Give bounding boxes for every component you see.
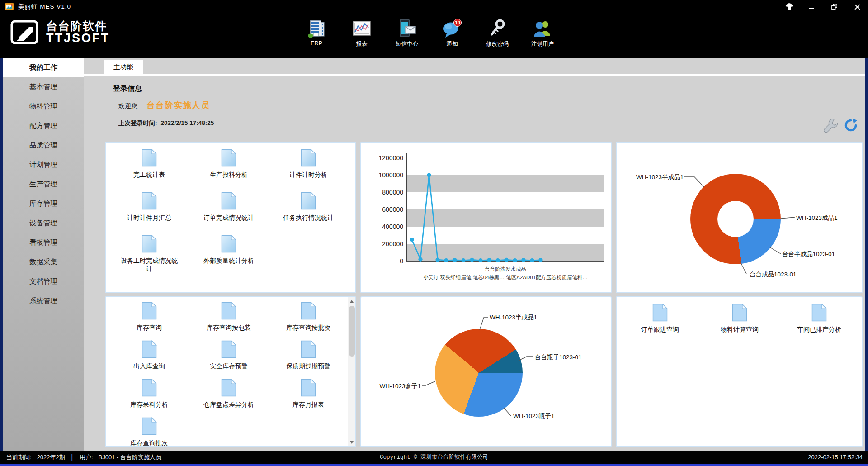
document-icon: [221, 340, 236, 360]
toolbar-reports-button[interactable]: 报表: [342, 18, 382, 48]
sidebar-item-label: 数据采集: [29, 257, 57, 267]
document-icon: [142, 379, 157, 399]
shortcut-item[interactable]: 设备工时完成情况统计: [120, 235, 179, 278]
sidebar-item[interactable]: 物料管理: [3, 97, 84, 116]
tab-main-functions[interactable]: 主功能: [104, 60, 143, 74]
shortcut-item[interactable]: 出入库查询: [133, 340, 165, 379]
sidebar-item[interactable]: 计划管理: [3, 155, 84, 175]
sidebar-item[interactable]: 基本管理: [3, 77, 84, 97]
sidebar-item[interactable]: 品质管理: [3, 136, 84, 155]
document-icon: [142, 417, 157, 437]
document-icon: [811, 304, 827, 323]
panel-scrollbar[interactable]: [348, 297, 355, 446]
sidebar-item[interactable]: 看板管理: [3, 233, 84, 252]
stock-donut-chart-panel: WH-1023半成品1 WH-1023成品1 台台半成品1023-01 台台成品…: [616, 142, 863, 293]
user-value: BJ001 - 台台阶实施人员: [99, 453, 161, 461]
output-line-chart-panel: 020000040000060000080000010000001200000台…: [360, 142, 612, 293]
shortcut-item[interactable]: 库存查询批次: [130, 417, 168, 447]
shortcut-label: 库存呆料分析: [130, 401, 168, 409]
shortcut-item[interactable]: 物料计算查询: [721, 304, 759, 347]
shortcut-label: 订单跟进查询: [641, 326, 679, 334]
shortcut-item[interactable]: 任务执行情况统计: [283, 192, 334, 235]
document-icon: [301, 149, 316, 169]
document-icon: [221, 235, 236, 255]
window-controls: [785, 0, 862, 14]
sidebar-item[interactable]: 数据采集: [3, 252, 84, 272]
sidebar-item[interactable]: 库存管理: [3, 194, 84, 214]
svg-text:400000: 400000: [382, 223, 403, 230]
shortcut-item[interactable]: 保质期过期预警: [286, 340, 330, 379]
shortcut-label: 车间已排产分析: [797, 326, 841, 334]
sidebar-item[interactable]: 我的工作: [3, 58, 84, 77]
shortcut-item[interactable]: 仓库盘点差异分析: [203, 379, 254, 417]
shortcut-item[interactable]: 安全库存预警: [210, 340, 248, 379]
sidebar-item-label: 计划管理: [29, 160, 57, 170]
restore-icon: [831, 4, 838, 10]
status-bar: 当前期间: 2022年2期 │ 用户: BJ001 - 台台阶实施人员 Copy…: [0, 451, 868, 464]
tab-label: 主功能: [113, 63, 133, 71]
settings-wrench-button[interactable]: [823, 118, 839, 134]
toolbar-password-label: 修改密码: [486, 40, 509, 48]
shortcut-item[interactable]: 外部质量统计分析: [203, 235, 254, 278]
toolbar-password-button[interactable]: 修改密码: [477, 18, 517, 48]
toolbar-erp-button[interactable]: ERP: [297, 18, 336, 48]
shortcut-label: 保质期过期预警: [286, 362, 330, 371]
svg-text:600000: 600000: [382, 206, 403, 213]
logo-line1: 台台阶软件: [46, 20, 110, 33]
report-chart-icon: [351, 18, 372, 39]
scrollbar-up-button[interactable]: [348, 297, 356, 305]
app-logo-icon: [5, 2, 14, 11]
skin-button[interactable]: [785, 3, 794, 11]
svg-text:台台阶洗发水成品: 台台阶洗发水成品: [485, 266, 526, 272]
shortcut-item[interactable]: 库存查询按包装: [207, 302, 251, 340]
period-label: 当前期间:: [6, 453, 32, 461]
shortcut-item[interactable]: 订单跟进查询: [641, 304, 679, 347]
shortcut-item[interactable]: 库存月报表: [292, 379, 324, 417]
logo-text: 台台阶软件 TTJSOFT: [46, 20, 110, 45]
shortcut-label: 物料计算查询: [721, 326, 759, 334]
toolbar-sms-button[interactable]: 短信中心: [387, 18, 427, 48]
shortcut-label: 库存查询按包装: [207, 324, 251, 332]
tab-strip: 主功能: [84, 60, 865, 76]
scrollbar-thumb[interactable]: [349, 306, 355, 357]
close-button[interactable]: [853, 3, 862, 11]
donut-label: 台台半成品1023-01: [782, 250, 835, 258]
last-login-time: 2022/2/15 17:48:25: [161, 119, 214, 128]
svg-text:200000: 200000: [382, 240, 403, 247]
toolbar-erp-label: ERP: [311, 40, 322, 47]
shortcut-item[interactable]: 车间已排产分析: [797, 304, 841, 347]
dashboard-tools: [823, 118, 858, 134]
shortcut-label: 仓库盘点差异分析: [203, 401, 254, 409]
document-icon: [221, 379, 236, 399]
sidebar-item[interactable]: 生产管理: [3, 175, 84, 194]
pie-chart-circle: [435, 329, 523, 417]
shortcut-label: 出入库查询: [133, 362, 165, 371]
shortcut-item[interactable]: 完工统计表: [133, 149, 165, 192]
report-shortcut-grid: 完工统计表 生产投料分析: [106, 143, 355, 278]
shortcut-item[interactable]: 计时计件月汇总: [127, 192, 171, 235]
welcome-row: 欢迎您 台台阶实施人员: [118, 100, 210, 111]
document-icon: [142, 340, 157, 360]
shortcut-label: 安全库存预警: [210, 362, 248, 371]
shortcut-item[interactable]: 计件计时分析: [289, 149, 327, 192]
refresh-button[interactable]: [844, 118, 858, 134]
sidebar-item[interactable]: 设备管理: [3, 214, 84, 233]
sidebar-item[interactable]: 文档管理: [3, 272, 84, 291]
document-icon: [221, 149, 236, 169]
sidebar-item[interactable]: 系统管理: [3, 291, 84, 311]
minimize-button[interactable]: [807, 3, 816, 11]
document-icon: [301, 340, 316, 360]
restore-button[interactable]: [830, 3, 839, 11]
sidebar-item[interactable]: 配方管理: [3, 116, 84, 136]
shortcut-item[interactable]: 生产投料分析: [210, 149, 248, 192]
refresh-icon: [844, 118, 858, 133]
shortcut-item[interactable]: 订单完成情况统计: [203, 192, 254, 235]
toolbar-logout-button[interactable]: 注销用户: [523, 18, 562, 48]
shortcut-item[interactable]: 库存查询: [137, 302, 162, 340]
shortcut-item[interactable]: 库存呆料分析: [130, 379, 168, 417]
shortcut-item[interactable]: 库存查询按批次: [286, 302, 330, 340]
toolbar-notice-button[interactable]: 10 通知: [432, 18, 472, 48]
pie-label: WH-1023半成品1: [490, 314, 537, 322]
logo-line2: TTJSOFT: [46, 32, 110, 44]
scrollbar-down-button[interactable]: [348, 438, 356, 446]
